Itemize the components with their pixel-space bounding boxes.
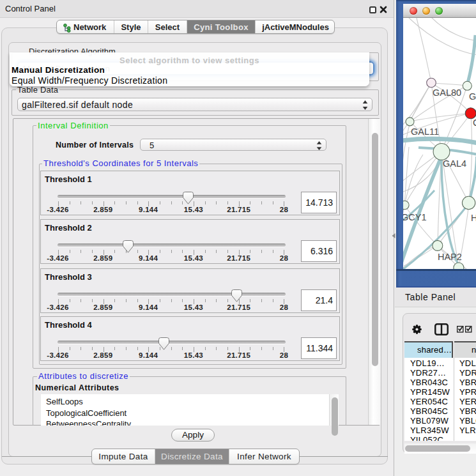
- svg-text:GCY1: GCY1: [403, 212, 427, 222]
- svg-text:GAL11: GAL11: [411, 127, 439, 137]
- svg-text:HAP2: HAP2: [438, 252, 462, 262]
- svg-text:GAL4: GAL4: [443, 158, 466, 169]
- svg-text:G: G: [469, 91, 476, 102]
- svg-text:C: C: [473, 118, 476, 128]
- svg-text:H: H: [471, 213, 476, 223]
- svg-text:GAL80: GAL80: [433, 88, 461, 98]
